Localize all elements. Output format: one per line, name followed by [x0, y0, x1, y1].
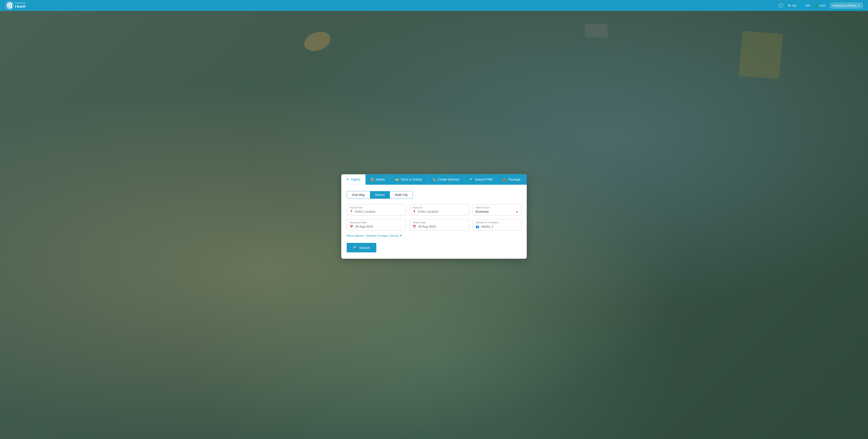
currency-label: AUD — [819, 4, 826, 7]
flying-to-field[interactable]: Flying To 📍 — [410, 204, 469, 215]
travellers-icon: 👥 — [475, 225, 479, 228]
globe-icon: 🌐 — [801, 4, 805, 7]
header: e powered by roam ? 🖥 HQ 🌐 EN 💲 AUD Inte… — [0, 0, 868, 11]
flights-icon: ✈ — [346, 177, 349, 181]
dates-fields-row: Departure Date 📅 Return Date 📅 Number of… — [347, 219, 521, 230]
return-calendar-icon: 📅 — [412, 225, 416, 228]
return-input-wrapper: 📅 — [412, 225, 466, 228]
svg-point-1 — [6, 3, 11, 8]
search-form: One Way Return Multi City Flying From 📍 … — [341, 185, 527, 259]
package-icon: 👜 — [503, 178, 506, 181]
search-button-label: Search — [359, 246, 370, 250]
flying-to-input-wrapper: 📍 — [412, 210, 466, 213]
return-label: Return Date — [412, 221, 466, 224]
currency-icon: 💲 — [814, 4, 818, 7]
more-options-text: More options : Number of stops, Sort by — [347, 234, 399, 237]
multi-city-button[interactable]: Multi City — [390, 191, 413, 199]
more-options-link[interactable]: More options : Number of stops, Sort by … — [347, 234, 521, 237]
return-date-input[interactable] — [418, 225, 466, 228]
tab-package-label: Package — [508, 178, 520, 181]
tab-search-pnr-label: Search PNR — [475, 178, 493, 181]
class-select-field[interactable]: Select Class Economy Business First Clas… — [473, 204, 521, 215]
travellers-field[interactable]: Number of Travellers 👥 — [473, 219, 521, 230]
trip-type-selector: One Way Return Multi City — [347, 191, 413, 199]
hq-label: HQ — [792, 4, 797, 7]
flying-from-field[interactable]: Flying From 📍 — [347, 204, 406, 215]
search-icon: 🔍 — [353, 245, 357, 250]
logo-brand: roam — [15, 4, 26, 9]
logo-icon: e — [5, 1, 13, 9]
main-tabs: ✈ Flights 🏨 Hotels 🎫 Tours & Tickets ✏️ … — [341, 174, 527, 185]
language-button[interactable]: 🌐 EN — [801, 4, 810, 7]
travellers-input-wrapper: 👥 — [475, 225, 518, 228]
flying-from-input-wrapper: 📍 — [350, 210, 403, 213]
from-location-icon: 📍 — [350, 210, 353, 213]
svg-point-0 — [6, 2, 11, 8]
help-icon: ? — [779, 3, 783, 8]
currency-button[interactable]: 💲 AUD — [814, 4, 826, 7]
search-button[interactable]: 🔍 Search — [347, 243, 376, 252]
departure-date-input[interactable] — [355, 225, 403, 228]
tours-icon: 🎫 — [395, 178, 399, 181]
to-location-icon: 📍 — [412, 210, 416, 213]
travellers-label: Number of Travellers — [475, 221, 518, 224]
help-button[interactable]: ? — [779, 3, 783, 8]
class-select[interactable]: Economy Business First Class Premium Eco… — [475, 210, 518, 213]
tab-flights-label: Flights — [351, 178, 360, 181]
travellers-input[interactable] — [481, 225, 518, 228]
tab-tours-label: Tours & Tickets — [401, 178, 422, 181]
class-label: Select Class — [475, 206, 518, 209]
tab-hotels-label: Hotels — [376, 178, 385, 181]
tab-flights[interactable]: ✈ Flights — [341, 174, 366, 185]
user-menu[interactable]: Interactive.eRoam ▼ — [830, 3, 863, 8]
return-date-field[interactable]: Return Date 📅 — [410, 219, 469, 230]
tab-itinerary[interactable]: ✏️ Create Itinerary — [427, 174, 465, 185]
user-dropdown-icon: ▼ — [858, 4, 860, 7]
departure-input-wrapper: 📅 — [350, 225, 403, 228]
itinerary-icon: ✏️ — [432, 178, 436, 181]
route-fields-row: Flying From 📍 Flying To 📍 Select Class — [347, 204, 521, 215]
class-input-wrapper: Economy Business First Class Premium Eco… — [475, 210, 518, 213]
flying-to-label: Flying To — [412, 206, 466, 209]
header-nav: ? 🖥 HQ 🌐 EN 💲 AUD Interactive.eRoam ▼ — [779, 3, 863, 8]
search-panel: ✈ Flights 🏨 Hotels 🎫 Tours & Tickets ✏️ … — [341, 174, 527, 259]
hq-button[interactable]: 🖥 HQ — [788, 4, 797, 7]
tab-search-pnr[interactable]: 🔍 Search PNR — [465, 174, 498, 185]
svg-text:e: e — [8, 4, 9, 7]
pnr-icon: 🔍 — [469, 178, 473, 181]
flying-from-input[interactable] — [355, 210, 403, 213]
user-name: Interactive.eRoam — [833, 4, 857, 7]
flying-to-input[interactable] — [418, 210, 466, 213]
one-way-button[interactable]: One Way — [347, 191, 370, 199]
departure-label: Departure Date — [350, 221, 403, 224]
more-options-chevron-icon: ▼ — [400, 234, 403, 237]
return-button[interactable]: Return — [370, 191, 390, 199]
tab-tours[interactable]: 🎫 Tours & Tickets — [390, 174, 427, 185]
bag-decoration — [739, 31, 783, 79]
language-label: EN — [806, 4, 810, 7]
monitor-icon: 🖥 — [788, 4, 791, 7]
departure-calendar-icon: 📅 — [350, 225, 353, 228]
shoes-decoration — [585, 24, 608, 37]
logo-text-group: powered by roam — [15, 2, 26, 9]
flying-from-label: Flying From — [350, 206, 403, 209]
hotels-icon: 🏨 — [370, 178, 374, 181]
logo-powered-by: powered by — [15, 2, 26, 4]
hero: ✈ Flights 🏨 Hotels 🎫 Tours & Tickets ✏️ … — [0, 11, 868, 439]
tab-itinerary-label: Create Itinerary — [438, 178, 459, 181]
tab-hotels[interactable]: 🏨 Hotels — [366, 174, 390, 185]
departure-date-field[interactable]: Departure Date 📅 — [347, 219, 406, 230]
logo[interactable]: e powered by roam — [5, 1, 26, 9]
tab-package[interactable]: 👜 Package — [498, 174, 526, 185]
